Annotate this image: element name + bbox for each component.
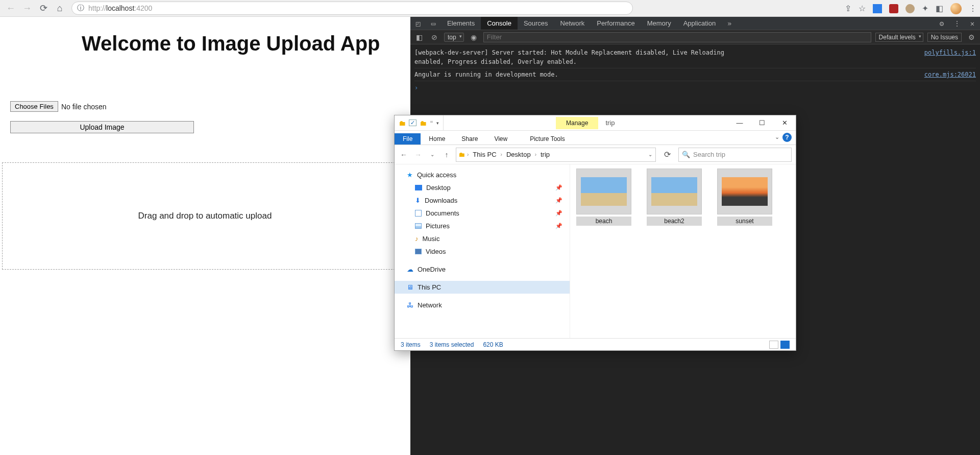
devtools-close-icon[interactable]: ✕ — [965, 17, 980, 30]
close-icon[interactable]: ✕ — [773, 115, 796, 131]
address-bar[interactable]: ⓘ http://localhost:4200 — [71, 2, 633, 15]
tree-desktop[interactable]: Desktop📌 — [395, 181, 570, 194]
tab-view[interactable]: View — [486, 133, 516, 145]
tab-home[interactable]: Home — [421, 133, 453, 145]
thumbnails-view-icon[interactable] — [780, 341, 790, 349]
filter-input[interactable] — [483, 32, 871, 42]
tree-documents[interactable]: Documents📌 — [395, 207, 570, 220]
console-sidebar-icon[interactable]: ◧ — [413, 33, 425, 41]
breadcrumb-bar[interactable]: 🖿 › This PC › Desktop › trip ⌄ — [456, 148, 656, 162]
tree-network[interactable]: 🖧Network — [395, 299, 570, 312]
explorer-titlebar[interactable]: 🖿 ✓ 🖿 ⁼ ▾ Manage trip — ☐ ✕ — [395, 115, 796, 131]
home-icon[interactable]: ⌂ — [55, 4, 64, 13]
drop-zone[interactable]: Drag and drop to automatic upload — [2, 162, 408, 270]
page-content: Welcome to Image Upload App Choose Files… — [0, 17, 410, 455]
tab-elements[interactable]: Elements — [441, 17, 481, 30]
nav-up-icon[interactable]: ↑ — [442, 151, 452, 159]
search-box[interactable]: 🔍 Search trip — [678, 148, 792, 162]
profile-avatar[interactable] — [950, 3, 962, 14]
site-info-icon[interactable]: ⓘ — [77, 4, 84, 13]
log-source-link[interactable]: core.mjs:26021 — [914, 70, 976, 79]
window-title: trip — [605, 119, 615, 127]
minimize-icon[interactable]: — — [728, 115, 751, 131]
breadcrumb-dropdown-icon[interactable]: ⌄ — [648, 152, 652, 157]
file-item[interactable]: sunset — [717, 169, 772, 226]
tab-network[interactable]: Network — [554, 17, 591, 30]
file-item[interactable]: beach2 — [647, 169, 702, 226]
reload-icon[interactable]: ⟳ — [39, 4, 48, 13]
log-levels-selector[interactable]: Default levels — [875, 33, 923, 42]
devtools-settings-icon[interactable]: ⚙ — [934, 17, 949, 30]
log-message: [webpack-dev-server] Server started: Hot… — [414, 48, 724, 66]
tree-videos[interactable]: Videos — [395, 245, 570, 258]
breadcrumb-segment[interactable]: This PC — [471, 151, 498, 158]
pc-icon: 🖥 — [407, 283, 413, 291]
tree-downloads[interactable]: ⬇Downloads📌 — [395, 194, 570, 207]
tab-memory[interactable]: Memory — [641, 17, 677, 30]
qat-caret-icon[interactable]: ⁼ — [430, 119, 433, 127]
tab-application[interactable]: Application — [677, 17, 722, 30]
thumbnail — [647, 169, 702, 214]
ribbon-expand-icon[interactable]: ⌄ — [775, 134, 779, 140]
nav-back-icon[interactable]: ← — [399, 151, 409, 159]
share-icon[interactable]: ⇪ — [845, 4, 851, 13]
live-expression-icon[interactable]: ◉ — [468, 33, 479, 41]
forward-icon[interactable]: → — [22, 4, 32, 13]
clear-console-icon[interactable]: ⊘ — [429, 33, 440, 41]
chevron-right-icon: › — [535, 152, 536, 157]
pin-icon: 📌 — [555, 223, 562, 229]
tab-file[interactable]: File — [395, 133, 421, 145]
details-view-icon[interactable] — [769, 341, 778, 349]
manage-tab[interactable]: Manage — [556, 117, 598, 129]
tab-sources[interactable]: Sources — [518, 17, 554, 30]
bookmark-icon[interactable]: ☆ — [859, 4, 866, 13]
tab-console[interactable]: Console — [481, 17, 518, 30]
tree-pictures[interactable]: Pictures📌 — [395, 220, 570, 232]
back-icon[interactable]: ← — [6, 4, 15, 13]
help-icon[interactable]: ? — [782, 133, 792, 142]
ext-monkey-icon[interactable] — [905, 4, 915, 13]
tab-share[interactable]: Share — [453, 133, 486, 145]
tree-this-pc[interactable]: 🖥This PC — [395, 281, 570, 294]
menu-icon[interactable]: ⋮ — [969, 4, 977, 13]
file-explorer-window: 🖿 ✓ 🖿 ⁼ ▾ Manage trip — ☐ ✕ File Home Sh… — [394, 115, 796, 351]
sidepanel-icon[interactable]: ◧ — [936, 4, 943, 13]
issues-badge[interactable]: No Issues — [927, 33, 962, 42]
qat-caret-icon[interactable]: ▾ — [436, 121, 439, 126]
upload-image-button[interactable]: Upload Image — [10, 121, 194, 133]
context-selector[interactable]: top — [444, 33, 464, 42]
tab-performance[interactable]: Performance — [591, 17, 641, 30]
search-placeholder: Search trip — [693, 151, 725, 158]
extensions-icon[interactable]: ✦ — [922, 4, 928, 13]
log-source-link[interactable]: polyfills.js:1 — [914, 48, 976, 66]
folder-icon: 🖿 — [420, 119, 427, 127]
more-tabs-icon[interactable]: » — [722, 17, 737, 30]
device-icon[interactable]: ▭ — [426, 17, 441, 30]
file-grid[interactable]: beach beach2 sunset — [570, 164, 796, 338]
console-settings-icon[interactable]: ⚙ — [966, 33, 977, 41]
desktop-icon — [415, 185, 422, 190]
file-item[interactable]: beach — [576, 169, 631, 226]
console-prompt[interactable]: › — [410, 83, 980, 92]
ext-devtools-icon[interactable] — [873, 4, 882, 13]
inspect-icon[interactable]: ◰ — [410, 17, 426, 30]
choose-files-button[interactable]: Choose Files — [10, 101, 58, 112]
folder-icon: 🖿 — [458, 151, 465, 158]
breadcrumb-segment[interactable]: Desktop — [504, 151, 533, 158]
view-switcher — [769, 341, 790, 349]
log-message: Angular is running in development mode. — [414, 70, 558, 79]
refresh-icon[interactable]: ⟳ — [660, 150, 674, 159]
nav-forward-icon[interactable]: → — [413, 151, 423, 159]
properties-icon[interactable]: ✓ — [409, 119, 416, 126]
nav-recent-icon[interactable]: ⌄ — [427, 152, 437, 157]
tree-quick-access[interactable]: ★Quick access — [395, 169, 570, 181]
nav-icons: ← → ⟳ ⌂ — [3, 4, 67, 13]
maximize-icon[interactable]: ☐ — [751, 115, 773, 131]
tab-picture-tools[interactable]: Picture Tools — [522, 133, 573, 145]
tree-onedrive[interactable]: ☁OneDrive — [395, 263, 570, 276]
devtools-menu-icon[interactable]: ⋮ — [949, 17, 965, 30]
breadcrumb-segment[interactable]: trip — [538, 151, 552, 158]
tree-music[interactable]: ♪Music — [395, 232, 570, 245]
ext-ublock-icon[interactable] — [889, 4, 898, 13]
file-chosen-label: No file chosen — [61, 103, 107, 111]
